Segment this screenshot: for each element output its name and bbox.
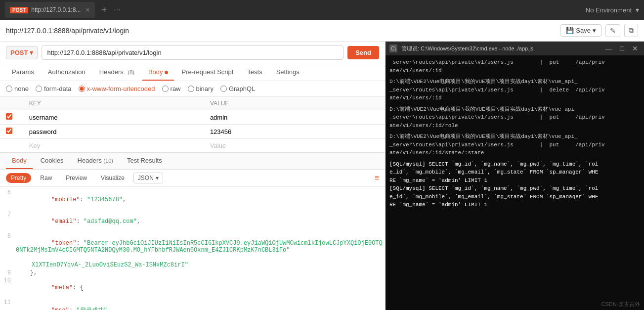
- tab-settings[interactable]: Settings: [270, 64, 305, 81]
- kv-value-password[interactable]: 123456: [204, 125, 385, 139]
- resp-tab-headers[interactable]: Headers (10): [72, 153, 119, 169]
- kv-key-password[interactable]: password: [23, 125, 204, 139]
- terminal-titlebar: C\ 管理员: C:\Windows\System32\cmd.exe - no…: [386, 42, 644, 55]
- url-actions: 💾 Save ▾ ✎ ⧉: [560, 24, 638, 37]
- code-line-7: 7 "email": "adsfad@qq.com",: [0, 211, 385, 232]
- kv-row-empty: Key Value: [0, 139, 385, 153]
- top-bar: POST http://127.0.0.1:8... × + ··· No En…: [0, 0, 644, 20]
- code-area: 6 "mobile": "12345678", 7 "email": "adsf…: [0, 187, 385, 310]
- kv-table: KEY VALUE username admin password 123456: [0, 97, 385, 152]
- code-line-10: 10 "meta": {: [0, 277, 385, 299]
- terminal-block-4: D:\前端\VUE2\Vue电商项目\我的VUE项目\项目实战day1\素材\v…: [389, 133, 640, 157]
- kv-header-check: [0, 97, 23, 110]
- kv-header-key: KEY: [23, 97, 204, 110]
- tab-dots-button[interactable]: ···: [114, 5, 120, 14]
- response-toolbar: Pretty Raw Preview Visualize JSON ▾ ≡: [0, 170, 385, 187]
- radio-binary[interactable]: binary: [188, 85, 214, 92]
- code-line-8b: XlXTIenD7YqvA-_2LuoOviSEuzS2_Wa-ISNxMZc8…: [0, 261, 385, 269]
- method-select[interactable]: POST ▾: [6, 46, 38, 59]
- terminal-title: 管理员: C:\Windows\System32\cmd.exe - node …: [401, 45, 600, 52]
- response-tab-nav: Body Cookies Headers (10) Test Results: [0, 152, 385, 170]
- tab-prerequest[interactable]: Pre-request Script: [176, 64, 240, 81]
- terminal-body: _server\routes\api\private\v1/users.js |…: [386, 55, 644, 310]
- kv-check-password[interactable]: [6, 128, 12, 134]
- tab-method-badge: POST: [10, 7, 28, 13]
- kv-header-value: VALUE: [204, 97, 385, 110]
- kv-key-username[interactable]: username: [23, 110, 204, 125]
- tab-authorization[interactable]: Authorization: [42, 64, 91, 81]
- edit-button[interactable]: ✎: [605, 24, 620, 37]
- resp-tab-cookies[interactable]: Cookies: [35, 153, 70, 169]
- send-button[interactable]: Send: [347, 46, 379, 59]
- method-chevron-icon: ▾: [30, 49, 33, 56]
- tab-headers[interactable]: Headers (8): [93, 64, 140, 81]
- url-input[interactable]: [42, 45, 343, 60]
- code-line-6: 6 "mobile": "12345678",: [0, 189, 385, 211]
- left-panel: POST ▾ Send Params Authorization Headers…: [0, 42, 386, 310]
- terminal-close-button[interactable]: ✕: [630, 45, 640, 52]
- terminal-controls: — □ ✕: [603, 45, 640, 52]
- tab-add-button[interactable]: +: [99, 5, 110, 15]
- kv-row-username: username admin: [0, 110, 385, 125]
- format-raw-button[interactable]: Raw: [35, 173, 57, 183]
- url-bar-container: http://127.0.0.1:8888/api/private/v1/log…: [0, 20, 644, 42]
- kv-row-password: password 123456: [0, 125, 385, 139]
- request-tab-nav: Params Authorization Headers (8) Body Pr…: [0, 64, 385, 81]
- kv-value-placeholder[interactable]: Value: [204, 139, 385, 153]
- radio-raw[interactable]: raw: [162, 85, 181, 92]
- terminal-block-sql: [SQL/mysql] SELECT `mg_id`, `mg_name`, `…: [389, 160, 640, 209]
- request-tab[interactable]: POST http://127.0.0.1:8... ×: [5, 2, 95, 18]
- copy-button[interactable]: ⧉: [624, 24, 638, 37]
- format-visualize-button[interactable]: Visualize: [96, 173, 129, 183]
- main-layout: POST ▾ Send Params Authorization Headers…: [0, 42, 644, 310]
- environment-chevron-icon[interactable]: ▾: [636, 6, 639, 14]
- terminal-panel: C\ 管理员: C:\Windows\System32\cmd.exe - no…: [386, 42, 644, 310]
- kv-value-username[interactable]: admin: [204, 110, 385, 125]
- wrap-icon[interactable]: ≡: [375, 174, 379, 182]
- format-preview-button[interactable]: Preview: [61, 173, 92, 183]
- tab-tests[interactable]: Tests: [241, 64, 268, 81]
- terminal-icon: C\: [389, 44, 397, 52]
- tab-url: http://127.0.0.1:8...: [31, 6, 81, 13]
- terminal-block-3: D:\前端\VUE2\Vue电商项目\我的VUE项目\项目实战day1\素材\v…: [389, 105, 640, 130]
- resp-tab-body[interactable]: Body: [6, 153, 33, 169]
- terminal-block-1: _server\routes\api\private\v1/users.js |…: [389, 58, 640, 75]
- radio-none[interactable]: none: [6, 85, 29, 92]
- resp-tab-test-results[interactable]: Test Results: [121, 153, 168, 169]
- format-type-select[interactable]: JSON ▾: [133, 173, 163, 183]
- format-type-label: JSON: [138, 175, 154, 181]
- terminal-minimize-button[interactable]: —: [603, 45, 614, 52]
- tab-params[interactable]: Params: [6, 64, 40, 81]
- tab-close-icon[interactable]: ×: [86, 6, 89, 14]
- environment-label: No Environment: [586, 6, 632, 14]
- code-line-11: 11 "msg": "登录成功",: [0, 299, 385, 310]
- format-type-chevron-icon: ▾: [156, 175, 159, 181]
- terminal-watermark: CSDN @古古外: [601, 301, 640, 308]
- radio-urlencoded[interactable]: x-www-form-urlencoded: [79, 85, 155, 92]
- save-icon: 💾: [566, 27, 574, 34]
- save-chevron-icon: ▾: [593, 27, 596, 34]
- radio-form-data[interactable]: form-data: [36, 85, 72, 92]
- format-pretty-button[interactable]: Pretty: [6, 173, 31, 183]
- url-display: http://127.0.0.1:8888/api/private/v1/log…: [6, 27, 129, 35]
- save-button[interactable]: 💾 Save ▾: [560, 24, 601, 37]
- terminal-maximize-button[interactable]: □: [618, 45, 626, 52]
- code-line-8: 8 "token": "Bearer eyJhbGciOiJIUzI1NiIsI…: [0, 232, 385, 261]
- terminal-block-2: D:\前端\VUE2\Vue电商项目\我的VUE项目\项目实战day1\素材\v…: [389, 78, 640, 102]
- body-type-row: none form-data x-www-form-urlencoded raw…: [0, 81, 385, 97]
- kv-check-username[interactable]: [6, 113, 12, 120]
- tab-body[interactable]: Body: [142, 64, 174, 81]
- kv-key-placeholder[interactable]: Key: [23, 139, 204, 153]
- request-line: POST ▾ Send: [0, 42, 385, 64]
- code-line-9: 9 },: [0, 269, 385, 277]
- radio-graphql[interactable]: GraphQL: [220, 85, 255, 92]
